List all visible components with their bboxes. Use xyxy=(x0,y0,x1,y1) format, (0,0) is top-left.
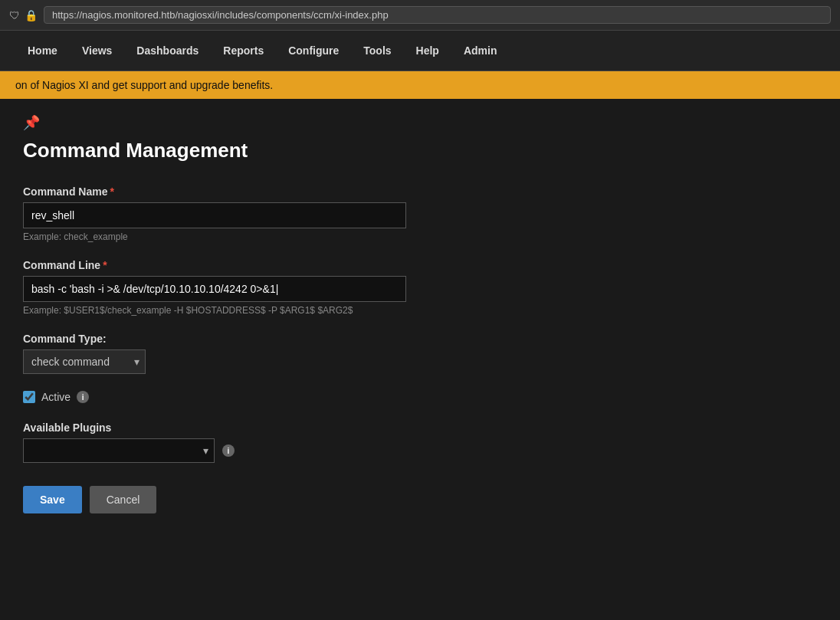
command-name-label: Command Name* xyxy=(23,185,817,198)
nav-help[interactable]: Help xyxy=(404,31,451,71)
command-name-group: Command Name* Example: check_example xyxy=(23,185,817,242)
url-bar[interactable]: https://nagios.monitored.htb/nagiosxi/in… xyxy=(44,6,831,24)
pin-area: 📌 xyxy=(23,114,817,131)
page-title: Command Management xyxy=(23,139,817,162)
active-checkbox[interactable] xyxy=(23,391,35,403)
lock-icon: 🔒 xyxy=(25,9,38,21)
banner-text: on of Nagios XI and get support and upgr… xyxy=(15,79,273,91)
command-type-select[interactable]: check command event handler obsession ha… xyxy=(23,349,146,374)
upgrade-banner: on of Nagios XI and get support and upgr… xyxy=(0,71,840,99)
active-label: Active xyxy=(41,391,71,403)
browser-icons: 🛡 🔒 xyxy=(9,9,38,21)
nav-reports[interactable]: Reports xyxy=(211,31,276,71)
command-type-group: Command Type: check command event handle… xyxy=(23,333,817,374)
main-content: 📌 Command Management Command Name* Examp… xyxy=(0,99,840,597)
command-line-example: Example: $USER1$/check_example -H $HOSTA… xyxy=(23,305,817,316)
address-bar: 🛡 🔒 https://nagios.monitored.htb/nagiosx… xyxy=(0,0,840,31)
cancel-button[interactable]: Cancel xyxy=(90,486,157,513)
command-name-input[interactable] xyxy=(23,202,406,228)
plugins-select-wrapper xyxy=(23,438,215,463)
available-plugins-group: Available Plugins i xyxy=(23,422,817,463)
shield-icon: 🛡 xyxy=(9,9,20,21)
nav-views[interactable]: Views xyxy=(70,31,124,71)
button-row: Save Cancel xyxy=(23,486,817,513)
command-type-label: Command Type: xyxy=(23,333,817,345)
navbar: Home Views Dashboards Reports Configure … xyxy=(0,31,840,71)
available-plugins-label: Available Plugins xyxy=(23,422,817,434)
active-row: Active i xyxy=(23,391,817,403)
nav-tools[interactable]: Tools xyxy=(351,31,403,71)
pin-icon: 📌 xyxy=(23,115,40,130)
command-type-wrapper: check command event handler obsession ha… xyxy=(23,349,146,374)
nav-home[interactable]: Home xyxy=(15,31,70,71)
plugins-select[interactable] xyxy=(23,438,215,463)
command-name-example: Example: check_example xyxy=(23,231,817,242)
nav-configure[interactable]: Configure xyxy=(276,31,351,71)
command-line-input[interactable] xyxy=(23,276,406,302)
active-info-icon: i xyxy=(77,391,89,403)
nav-dashboards[interactable]: Dashboards xyxy=(124,31,211,71)
plugins-row: i xyxy=(23,438,817,463)
command-line-label: Command Line* xyxy=(23,259,817,271)
save-button[interactable]: Save xyxy=(23,486,82,513)
command-line-group: Command Line* Example: $USER1$/check_exa… xyxy=(23,259,817,316)
nav-admin[interactable]: Admin xyxy=(451,31,510,71)
plugins-info-icon: i xyxy=(222,444,235,457)
